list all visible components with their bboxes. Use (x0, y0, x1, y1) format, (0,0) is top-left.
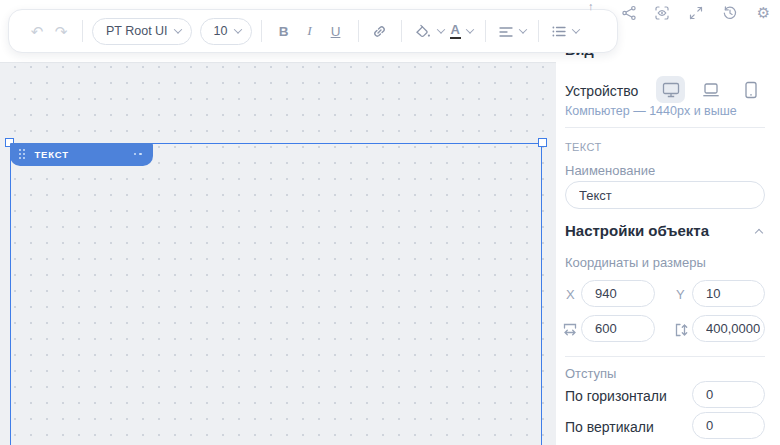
width-input[interactable] (581, 315, 655, 342)
device-hint: Компьютер — 1440px и выше (565, 104, 737, 118)
chevron-down-icon (519, 25, 527, 33)
height-input[interactable] (692, 315, 765, 342)
collapse-section-icon[interactable] (755, 229, 763, 237)
preview-icon[interactable] (654, 4, 671, 21)
fill-color-button[interactable] (411, 23, 447, 39)
history-icon[interactable] (721, 4, 738, 21)
chevron-down-icon (436, 25, 444, 33)
x-input[interactable] (581, 280, 655, 307)
y-input[interactable] (692, 280, 765, 307)
element-badge-label: ТЕКСТ (35, 149, 134, 160)
collapse-toolbar-icon[interactable]: ↑ (588, 0, 594, 12)
height-icon (674, 322, 690, 338)
device-laptop-icon[interactable] (696, 76, 725, 103)
coords-label: Координаты и размеры (565, 255, 706, 270)
width-icon (562, 322, 578, 338)
text-align-button[interactable] (495, 23, 529, 39)
drag-handle-icon[interactable] (19, 149, 25, 159)
device-switcher (656, 76, 780, 103)
font-family-value: PT Root UI (106, 24, 168, 38)
list-style-button[interactable] (548, 23, 582, 39)
device-phone-icon[interactable] (776, 76, 780, 103)
divider (565, 127, 765, 128)
chevron-down-icon (233, 25, 241, 33)
italic-button[interactable]: I (297, 23, 323, 39)
device-label: Устройство (565, 83, 638, 99)
y-label: Y (676, 287, 685, 302)
app-window: { "toolbar": { "undo_glyph": "↶", "redo_… (0, 0, 780, 445)
horizontal-margin-label: По горизонтали (565, 388, 667, 404)
name-label: Наименование (565, 163, 655, 178)
font-size-select[interactable]: 10 (200, 18, 252, 45)
vertical-margin-label: По вертикали (565, 419, 654, 435)
editor-actions: ⚙ (620, 4, 772, 22)
element-type-label: ТЕКСТ (565, 141, 602, 153)
text-format-toolbar: ↶ ↷ PT Root UI 10 B I U (8, 9, 618, 53)
redo-icon[interactable]: ↷ (49, 19, 73, 43)
underline-button[interactable]: U (323, 24, 349, 39)
resize-handle-top-right[interactable] (538, 138, 547, 147)
font-size-value: 10 (214, 24, 228, 38)
bold-button[interactable]: B (271, 24, 297, 39)
undo-icon[interactable]: ↶ (25, 19, 49, 43)
margins-label: Отступы (565, 366, 616, 381)
x-label: X (566, 287, 575, 302)
object-settings-heading: Настройки объекта (565, 222, 709, 239)
element-menu-icon[interactable] (134, 153, 142, 156)
chevron-down-icon (173, 25, 181, 33)
horizontal-margin-input[interactable] (692, 381, 765, 408)
element-badge[interactable]: ТЕКСТ (10, 143, 153, 166)
device-tablet-icon[interactable] (736, 76, 765, 103)
chevron-down-icon (466, 25, 474, 33)
link-icon[interactable] (368, 19, 392, 43)
font-family-select[interactable]: PT Root UI (92, 18, 192, 45)
text-color-indicator: A (450, 23, 461, 39)
text-color-button[interactable]: A (447, 23, 476, 39)
chevron-down-icon (572, 25, 580, 33)
share-icon[interactable] (620, 4, 637, 21)
vertical-margin-input[interactable] (692, 412, 765, 439)
selected-element-outline[interactable]: ТЕКСТ (10, 143, 542, 445)
divider (565, 356, 765, 357)
device-desktop-icon[interactable] (656, 76, 685, 103)
fullscreen-icon[interactable] (688, 4, 705, 21)
settings-gear-icon[interactable]: ⚙ (755, 4, 772, 21)
name-input[interactable] (565, 181, 765, 209)
settings-panel: Вид Устройство (556, 0, 780, 445)
editor-canvas[interactable]: ТЕКСТ (0, 62, 556, 445)
